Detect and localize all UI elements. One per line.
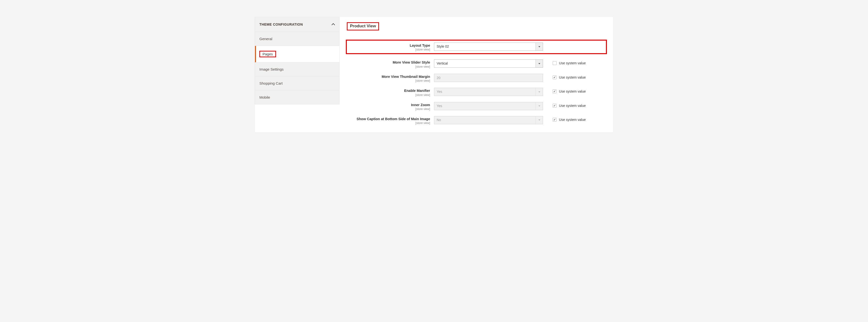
field-row-thumb-margin: More View Thumbnail Margin [store view] … (347, 74, 606, 82)
chevron-down-icon (535, 102, 543, 110)
chevron-down-icon (535, 88, 543, 96)
chevron-down-icon (535, 116, 543, 124)
field-scope: [store view] (347, 65, 430, 68)
field-input-col: No (434, 116, 543, 124)
sidebar-title: THEME CONFIGURATION (259, 23, 303, 26)
slider-style-select[interactable]: Vertical (434, 60, 543, 68)
field-row-enable-magnifier: Enable Manifier [store view] Yes Use sys… (347, 88, 606, 97)
main-content: Product View Layout Type [store view] St… (340, 17, 613, 130)
use-system-label: Use system value (559, 75, 586, 79)
field-label-col: More View Thumbnail Margin [store view] (347, 74, 434, 82)
select-value: Yes (434, 102, 535, 110)
chevron-down-icon (535, 60, 543, 67)
sidebar-item-label: General (259, 37, 272, 41)
field-row-show-caption: Show Caption at Bottom Side of Main Imag… (347, 116, 606, 125)
sidebar: THEME CONFIGURATION General Pages Image … (255, 17, 340, 130)
sidebar-item-shopping-cart[interactable]: Shopping Cart (255, 76, 339, 91)
field-label-col: More View Slider Style [store view] (347, 60, 434, 68)
sidebar-item-label: Image Settings (259, 67, 284, 71)
field-label: More View Slider Style (347, 61, 430, 65)
thumb-margin-input (434, 74, 543, 82)
field-label: Inner Zoom (347, 103, 430, 107)
field-row-inner-zoom: Inner Zoom [store view] Yes Use system v… (347, 102, 606, 111)
use-system-col: Use system value (543, 116, 586, 121)
use-system-col: Use system value (543, 60, 586, 65)
use-system-checkbox[interactable] (553, 61, 557, 65)
sidebar-item-label: Mobile (259, 95, 270, 99)
use-system-checkbox[interactable] (553, 104, 557, 108)
sidebar-item-image-settings[interactable]: Image Settings (255, 62, 339, 76)
sidebar-section: THEME CONFIGURATION General Pages Image … (255, 17, 340, 104)
field-scope: [store view] (347, 107, 430, 111)
field-label: Enable Manifier (347, 89, 430, 93)
field-scope: [store view] (347, 121, 430, 125)
field-row-layout-type: Layout Type [store view] Style 02 (346, 40, 607, 54)
use-system-label: Use system value (559, 90, 586, 93)
sidebar-item-label: Shopping Cart (259, 81, 283, 85)
sidebar-header[interactable]: THEME CONFIGURATION (255, 17, 339, 32)
show-caption-select: No (434, 116, 543, 124)
field-label-col: Inner Zoom [store view] (347, 102, 434, 111)
use-system-checkbox[interactable] (553, 118, 557, 121)
section-title: Product View (347, 22, 379, 31)
field-input-col: Style 02 (434, 42, 543, 51)
use-system-label: Use system value (559, 104, 586, 108)
field-row-slider-style: More View Slider Style [store view] Vert… (347, 60, 606, 68)
field-label: More View Thumbnail Margin (347, 75, 430, 79)
field-label-col: Layout Type [store view] (347, 42, 434, 51)
field-scope: [store view] (347, 79, 430, 82)
field-label: Show Caption at Bottom Side of Main Imag… (347, 117, 430, 121)
enable-magnifier-select: Yes (434, 88, 543, 96)
select-value: Yes (434, 88, 535, 96)
select-value: Vertical (434, 60, 535, 67)
use-system-label: Use system value (559, 118, 586, 121)
field-input-col (434, 74, 543, 82)
sidebar-item-general[interactable]: General (255, 32, 339, 46)
sidebar-item-label: Pages (259, 51, 276, 57)
field-input-col: Yes (434, 102, 543, 110)
use-system-checkbox[interactable] (553, 75, 557, 79)
chevron-up-icon (332, 23, 335, 26)
field-scope: [store view] (347, 48, 430, 51)
use-system-col: Use system value (543, 74, 586, 79)
field-scope: [store view] (347, 93, 430, 97)
select-value: Style 02 (434, 43, 535, 50)
use-system-col: Use system value (543, 102, 586, 108)
field-input-col: Yes (434, 88, 543, 96)
field-label-col: Enable Manifier [store view] (347, 88, 434, 97)
field-label-col: Show Caption at Bottom Side of Main Imag… (347, 116, 434, 125)
sidebar-item-mobile[interactable]: Mobile (255, 91, 339, 104)
field-label: Layout Type (347, 43, 430, 48)
chevron-down-icon (535, 43, 543, 50)
use-system-checkbox[interactable] (553, 90, 557, 93)
inner-zoom-select: Yes (434, 102, 543, 110)
use-system-label: Use system value (559, 61, 586, 65)
layout-type-select[interactable]: Style 02 (434, 42, 543, 51)
select-value: No (434, 116, 535, 124)
config-panel: THEME CONFIGURATION General Pages Image … (255, 17, 613, 133)
field-input-col: Vertical (434, 60, 543, 68)
sidebar-item-pages[interactable]: Pages (255, 46, 339, 62)
use-system-col: Use system value (543, 88, 586, 93)
